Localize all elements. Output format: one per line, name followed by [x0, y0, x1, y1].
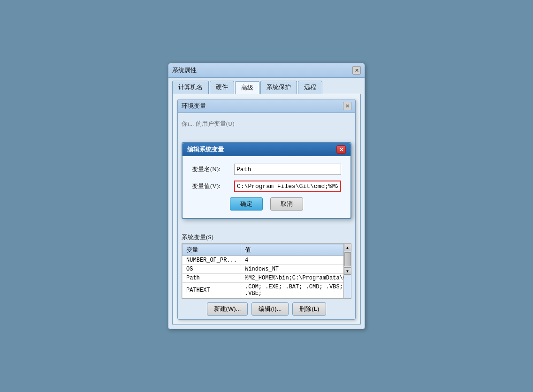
cell-var-name: NUMBER_OF_PR...: [183, 256, 241, 265]
env-vars-title: 环境变量: [182, 102, 206, 110]
var-value-label: 变量值(V):: [192, 182, 229, 190]
system-props-close-button[interactable]: ✕: [352, 66, 361, 75]
cell-var-val: 4: [241, 256, 351, 265]
env-vars-content: 你i... 的用户变量(U) 编辑系统变量 ✕ 变量名(N):: [178, 113, 355, 319]
table-row[interactable]: PATHEXT .COM; .EXE; .BAT; .CMD; .VBS; .V…: [183, 283, 351, 298]
cell-var-val: .COM; .EXE; .BAT; .CMD; .VBS; .VBE;: [241, 283, 351, 298]
system-props-title: 系统属性: [172, 66, 197, 75]
sys-vars-buttons: 新建(W)... 编辑(I)... 删除(L): [182, 302, 351, 316]
table-row[interactable]: Path %M2_HOME%\bin;C:\ProgramData\Or...: [183, 274, 351, 283]
col-header-val: 值: [241, 244, 351, 256]
scroll-down-arrow[interactable]: ▼: [344, 267, 351, 275]
var-name-row: 变量名(N):: [192, 164, 341, 175]
tab-advanced[interactable]: 高级: [235, 81, 259, 94]
system-props-titlebar: 系统属性 ✕: [168, 63, 365, 78]
new-button[interactable]: 新建(W)...: [207, 302, 248, 316]
edit-dialog-title: 编辑系统变量: [187, 145, 224, 154]
env-vars-window: 环境变量 ✕ 你i... 的用户变量(U) 编辑系统变量 ✕: [177, 99, 356, 320]
var-name-label: 变量名(N):: [192, 165, 229, 173]
cell-var-name: OS: [183, 265, 241, 274]
cell-var-name: Path: [183, 274, 241, 283]
col-header-var: 变量: [183, 244, 241, 256]
table-row[interactable]: NUMBER_OF_PR... 4: [183, 256, 351, 265]
env-vars-close-button[interactable]: ✕: [343, 102, 351, 110]
sys-vars-section: 系统变量(S) 变量 值: [182, 233, 351, 316]
user-vars-prefix: 你i...: [182, 120, 196, 127]
var-value-row: 变量值(V):: [192, 181, 341, 192]
delete-button[interactable]: 删除(L): [292, 302, 326, 316]
sys-vars-label: 系统变量(S): [182, 233, 351, 241]
ok-button[interactable]: 确定: [230, 197, 263, 211]
edit-dialog: 编辑系统变量 ✕ 变量名(N): 变量值(V):: [182, 142, 351, 219]
tab-system-protection[interactable]: 系统保护: [260, 81, 297, 94]
tabs-row: 计算机名 硬件 高级 系统保护 远程: [168, 78, 365, 94]
tab-computer-name[interactable]: 计算机名: [172, 81, 209, 94]
table-scrollbar[interactable]: ▲ ▼: [343, 244, 351, 298]
edit-dialog-close-button[interactable]: ✕: [336, 145, 346, 154]
sys-vars-table: 变量 值 NUMBER_OF_PR... 4: [182, 244, 351, 298]
scroll-up-arrow[interactable]: ▲: [344, 244, 351, 251]
tab-remote[interactable]: 远程: [298, 81, 322, 94]
env-vars-titlebar: 环境变量 ✕: [178, 99, 355, 113]
user-vars-section: 你i... 的用户变量(U): [182, 120, 351, 128]
table-row[interactable]: OS Windows_NT: [183, 265, 351, 274]
main-content: 环境变量 ✕ 你i... 的用户变量(U) 编辑系统变量 ✕: [172, 94, 361, 325]
cancel-button[interactable]: 取消: [270, 197, 303, 211]
tab-hardware[interactable]: 硬件: [210, 81, 234, 94]
edit-button[interactable]: 编辑(I)...: [251, 302, 289, 316]
scroll-thumb[interactable]: [344, 252, 351, 266]
sys-vars-table-container: 变量 值 NUMBER_OF_PR... 4: [182, 243, 351, 299]
cell-var-val: %M2_HOME%\bin;C:\ProgramData\Or...: [241, 274, 351, 283]
table-header-row: 变量 值: [183, 244, 351, 256]
edit-dialog-titlebar: 编辑系统变量 ✕: [183, 143, 350, 156]
var-name-input[interactable]: [234, 164, 341, 175]
cell-var-name: PATHEXT: [183, 283, 241, 298]
dialog-buttons: 确定 取消: [192, 197, 341, 211]
sys-vars-table-scroll: 变量 值 NUMBER_OF_PR... 4: [182, 244, 351, 298]
system-props-window: 系统属性 ✕ 计算机名 硬件 高级 系统保护 远程 环境变量 ✕ 你i... 的…: [168, 63, 365, 329]
cell-var-val: Windows_NT: [241, 265, 351, 274]
user-vars-label: 你i... 的用户变量(U): [182, 120, 351, 128]
var-value-input[interactable]: [234, 181, 341, 192]
